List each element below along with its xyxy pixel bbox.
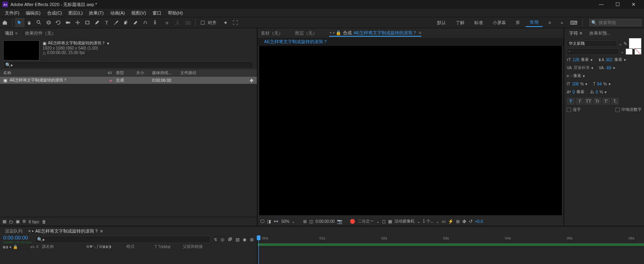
camera-tool[interactable]	[63, 18, 73, 27]
superscript[interactable]: T'	[602, 98, 610, 105]
text-tool[interactable]: T	[102, 18, 111, 27]
close-button[interactable]: ✕	[625, 0, 642, 9]
preset-tab[interactable]: 效果和预...	[588, 29, 612, 37]
eraser-tool[interactable]	[131, 18, 140, 27]
hindi-checkbox[interactable]	[615, 108, 620, 112]
gizmo-icon[interactable]: ⛶	[230, 18, 240, 27]
layer-tab[interactable]: 图层（无）	[295, 30, 317, 36]
search-help[interactable]: 🔍 搜索帮助	[589, 19, 642, 26]
work-area[interactable]	[258, 243, 644, 246]
rotation-tool[interactable]	[54, 18, 63, 27]
project-tab[interactable]: 项目 ≡	[3, 29, 19, 37]
tl-motionblur-icon[interactable]: ◉	[243, 237, 247, 242]
pen-tool[interactable]	[92, 18, 102, 27]
resolution-dd[interactable]: 二分之一	[358, 218, 374, 224]
timeline-search[interactable]: 🔍▸	[35, 236, 211, 243]
fast-preview-icon[interactable]: ⚡	[448, 219, 454, 224]
timeline-comp-tab[interactable]: × ▪ AE怎样将文字制成旋转的滚筒？ ≡	[27, 227, 105, 235]
trk-col[interactable]: T TrkMat	[155, 245, 183, 249]
anchor-tool[interactable]	[73, 18, 83, 27]
col-mdur[interactable]: 媒体持续...	[152, 70, 180, 76]
stroke-swatch-2[interactable]	[634, 48, 642, 55]
comp-thumbnail[interactable]	[3, 40, 39, 60]
col-path[interactable]: 文件路径	[180, 70, 196, 76]
magic-icon[interactable]: ✦	[221, 18, 230, 27]
opt-1[interactable]: ■	[162, 18, 172, 27]
orbit-tool[interactable]	[44, 18, 54, 27]
ws-menu-icon[interactable]: ≡	[544, 19, 555, 26]
interpret-icon[interactable]: ▦	[2, 219, 6, 224]
new-folder-icon[interactable]: 🗀	[9, 219, 13, 224]
menu-file[interactable]: 文件(F)	[2, 10, 23, 16]
timeline-tracks[interactable]: :00s 01s 02s 03s 04s 05s 06s	[258, 235, 644, 264]
tl-frameblend-icon[interactable]: ▧	[235, 237, 239, 242]
menu-anim[interactable]: 动画(A)	[107, 10, 128, 16]
toggle-alpha-icon[interactable]: ◨	[267, 219, 271, 224]
subscript[interactable]: T,	[611, 98, 619, 105]
playhead[interactable]	[258, 235, 259, 264]
small-caps[interactable]: Tr	[593, 98, 601, 105]
font-family[interactable]: 华文新魏	[567, 40, 617, 47]
rect-tool[interactable]	[83, 18, 92, 27]
ws-common[interactable]: 常用	[526, 19, 543, 27]
effects-tab[interactable]: 效果控件（无）	[23, 29, 58, 37]
col-tag-icon[interactable]: 🏷	[108, 71, 116, 75]
snap-icon[interactable]: ☐	[198, 18, 208, 27]
settings-icon[interactable]: ⚙	[22, 219, 26, 224]
faux-italic[interactable]: T	[576, 98, 584, 105]
transparency-icon[interactable]: ▦	[388, 219, 392, 224]
monitor-icon[interactable]: 🖵	[260, 219, 264, 224]
project-item-row[interactable]: ▣ AE怎样将文字制成旋转的滚筒？ ■ 合成 0:00:06:00 ⛖	[0, 77, 257, 84]
kbd-icon[interactable]: ⌨	[569, 18, 578, 27]
zoom-value[interactable]: 50%	[281, 219, 289, 224]
comp-viewer[interactable]	[259, 46, 562, 215]
parent-col[interactable]: 父级和链接	[183, 244, 203, 249]
ws-standard[interactable]: 标准	[470, 19, 487, 27]
mask-icon[interactable]: 👓	[273, 219, 279, 224]
row-flow-icon[interactable]: ⛖	[250, 78, 254, 83]
menu-edit[interactable]: 编辑(E)	[23, 10, 44, 16]
fill-swatch[interactable]	[629, 38, 642, 49]
tl-draft3d-icon[interactable]: 🗊	[228, 237, 232, 242]
tl-graph-icon[interactable]: ⊞	[250, 237, 254, 242]
tl-comp-icon[interactable]: ◎	[221, 237, 225, 242]
trash-icon[interactable]: 🗑	[42, 219, 46, 224]
clone-tool[interactable]	[121, 18, 131, 27]
faux-bold[interactable]: T	[567, 98, 575, 105]
source-tab[interactable]: 素材（无）	[261, 30, 283, 36]
all-caps[interactable]: TT	[584, 98, 592, 105]
ws-lib[interactable]: 库	[512, 19, 524, 27]
col-name[interactable]: 名称	[3, 70, 108, 76]
puppet-tool[interactable]	[150, 18, 160, 27]
maximize-button[interactable]: ☐	[609, 0, 625, 9]
timecode[interactable]: 0:00:00:00	[3, 235, 32, 241]
snapshot-icon[interactable]: 📷	[337, 219, 343, 224]
ws-learn[interactable]: 了解	[452, 19, 469, 27]
bpc-label[interactable]: 8 bpc	[29, 219, 39, 224]
ws-default[interactable]: 默认	[433, 19, 450, 27]
char-tab[interactable]: 字符 ≡	[568, 29, 584, 37]
viewer-breadcrumb[interactable]: AE怎样将文字制成旋转的滚筒？	[258, 38, 564, 46]
new-comp-icon[interactable]: ▣	[16, 219, 20, 224]
home-tool[interactable]	[0, 18, 10, 27]
label-col-icon[interactable]: 🏷	[31, 245, 36, 249]
src-col[interactable]: 源名称	[42, 244, 86, 249]
col-type[interactable]: 类型	[116, 70, 136, 76]
preview-tc[interactable]: 0:00:00:00	[316, 219, 334, 224]
time-ruler[interactable]: :00s 01s 02s 03s 04s 05s 06s	[258, 235, 644, 243]
channel-icon[interactable]: 🔴	[350, 219, 355, 224]
menu-window[interactable]: 窗口	[149, 10, 165, 16]
minimize-button[interactable]: —	[593, 0, 609, 9]
opt-2[interactable]: 人	[173, 18, 182, 27]
timeline-icon[interactable]: ⊞	[456, 219, 460, 224]
ws-more-icon[interactable]: »	[557, 19, 567, 26]
liga-checkbox[interactable]	[567, 108, 571, 112]
tab-menu-icon[interactable]: ≡	[15, 31, 18, 35]
roto-tool[interactable]	[140, 18, 150, 27]
reset-exp-icon[interactable]: ↺	[469, 219, 473, 224]
eyedropper-icon[interactable]: ✎	[623, 41, 627, 46]
menu-comp[interactable]: 合成(C)	[44, 10, 65, 16]
opt-3[interactable]: 30	[183, 18, 193, 27]
comp-tab[interactable]: × ▪ 🔒 合成 AE怎样将文字制成旋转的滚筒？ ≡	[329, 30, 421, 37]
views-dd[interactable]: 1 个...	[423, 218, 433, 224]
